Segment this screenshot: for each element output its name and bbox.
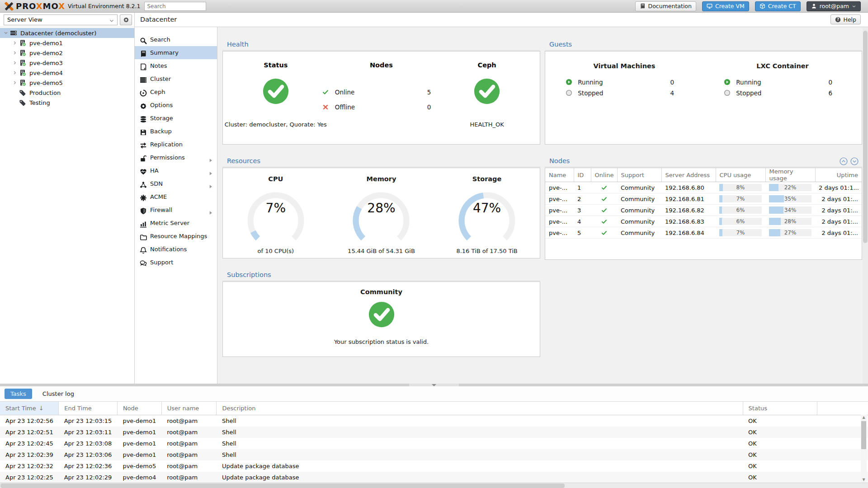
tab-tasks[interactable]: Tasks bbox=[5, 389, 32, 399]
view-selector-dropdown[interactable]: Server View bbox=[4, 14, 118, 25]
tree-item-pve-demo5[interactable]: pve-demo5 bbox=[0, 78, 134, 88]
nav-item-permissions[interactable]: Permissions bbox=[135, 151, 217, 164]
caret-down-icon[interactable] bbox=[3, 29, 10, 37]
caret-right-icon[interactable] bbox=[12, 69, 19, 76]
nav-item-notifications[interactable]: Notifications bbox=[135, 243, 217, 256]
documentation-button[interactable]: Documentation bbox=[635, 1, 696, 11]
node-uptime: 2 days 01:1... bbox=[815, 182, 862, 193]
node-row-3[interactable]: pve-...3Community192.168.6.826%34%2 days… bbox=[545, 205, 862, 216]
node-online-check-icon bbox=[591, 227, 617, 239]
tree-item-testing[interactable]: Testing bbox=[0, 98, 134, 108]
caret-right-icon[interactable] bbox=[12, 39, 19, 47]
column-header-end-time[interactable]: End Time bbox=[59, 402, 118, 415]
tree-item-pve-demo2[interactable]: pve-demo2 bbox=[0, 48, 134, 58]
node-row-2[interactable]: pve-...2Community192.168.6.817%35%2 days… bbox=[545, 193, 862, 205]
column-header-support[interactable]: Support bbox=[617, 168, 661, 182]
replication-icon bbox=[140, 141, 147, 148]
task-row[interactable]: Apr 23 12:02:32Apr 23 12:02:36pve-demo5r… bbox=[0, 460, 868, 472]
scroll-up-arrow[interactable]: ▲ bbox=[861, 415, 867, 420]
column-header-node[interactable]: Node bbox=[117, 402, 161, 415]
nav-item-ceph[interactable]: Ceph bbox=[135, 85, 217, 99]
task-row[interactable]: Apr 23 12:02:25Apr 23 12:02:29pve-demo4r… bbox=[0, 472, 868, 483]
column-header-online[interactable]: Online bbox=[591, 168, 617, 182]
node-memory-usage: 35% bbox=[765, 193, 815, 205]
global-search-input[interactable] bbox=[144, 2, 206, 11]
tree-item-label: pve-demo5 bbox=[29, 78, 63, 88]
documentation-label: Documentation bbox=[648, 3, 692, 9]
column-header-server-address[interactable]: Server Address bbox=[661, 168, 716, 182]
tree-item-label: Datacenter (democluster) bbox=[20, 28, 96, 38]
nav-item-summary[interactable]: Summary bbox=[135, 46, 217, 59]
create-vm-button[interactable]: Create VM bbox=[702, 1, 749, 11]
nav-item-support[interactable]: Support bbox=[135, 256, 217, 269]
caret-right-icon[interactable] bbox=[12, 79, 19, 86]
task-row[interactable]: Apr 23 12:02:51Apr 23 12:03:11pve-demo1r… bbox=[0, 427, 868, 438]
tree-item-production[interactable]: Production bbox=[0, 88, 134, 98]
tree-settings-button[interactable] bbox=[120, 14, 132, 25]
nav-item-label: Storage bbox=[150, 115, 173, 122]
lxc-heading: LXC Container bbox=[703, 62, 862, 70]
column-header-user-name[interactable]: User name bbox=[161, 402, 217, 415]
scrollbar-thumb[interactable] bbox=[861, 421, 866, 449]
gauge-detail: 8.16 TiB of 17.50 TiB bbox=[434, 248, 540, 254]
nav-item-notes[interactable]: Notes bbox=[135, 59, 217, 72]
nav-item-sdn[interactable]: SDN bbox=[135, 177, 217, 190]
node-row-1[interactable]: pve-...1Community192.168.6.808%22%2 days… bbox=[545, 182, 862, 193]
nav-item-firewall[interactable]: Firewall bbox=[135, 203, 217, 216]
nav-item-storage[interactable]: Storage bbox=[135, 112, 217, 125]
user-menu-button[interactable]: root@pam bbox=[807, 1, 861, 11]
task-row[interactable]: Apr 23 12:02:39Apr 23 12:03:06pve-demo1r… bbox=[0, 449, 868, 460]
content-scrollbar[interactable] bbox=[863, 27, 868, 384]
nav-item-resource-mappings[interactable]: Resource Mappings bbox=[135, 230, 217, 243]
nav-item-label: Firewall bbox=[150, 206, 172, 213]
user-icon bbox=[811, 3, 817, 9]
nav-item-metric-server[interactable]: Metric Server bbox=[135, 216, 217, 230]
nav-item-replication[interactable]: Replication bbox=[135, 138, 217, 151]
column-header-status[interactable]: Status bbox=[743, 402, 817, 415]
tasks-vertical-scrollbar[interactable]: ▲ ▼ bbox=[861, 415, 867, 483]
task-user: root@pam bbox=[161, 415, 217, 427]
tree-item-pve-demo4[interactable]: pve-demo4 bbox=[0, 68, 134, 78]
tree-item-datacenter-democluster[interactable]: Datacenter (democluster) bbox=[0, 28, 134, 38]
node-address: 192.168.6.81 bbox=[661, 193, 716, 205]
scrollbar-thumb[interactable] bbox=[0, 483, 565, 488]
column-header-id[interactable]: ID bbox=[574, 168, 591, 182]
nodes-heading: Nodes bbox=[329, 61, 434, 69]
collapse-up-icon[interactable] bbox=[840, 157, 848, 167]
check-icon bbox=[322, 89, 329, 95]
column-header-description[interactable]: Description bbox=[217, 402, 743, 415]
nav-item-ha[interactable]: HA bbox=[135, 164, 217, 177]
nav-item-cluster[interactable]: Cluster bbox=[135, 72, 217, 85]
node-row-4[interactable]: pve-...4Community192.168.6.836%28%2 days… bbox=[545, 216, 862, 227]
task-row[interactable]: Apr 23 12:02:45Apr 23 12:03:08pve-demo1r… bbox=[0, 438, 868, 449]
column-header-name[interactable]: Name bbox=[545, 168, 574, 182]
book-icon bbox=[640, 3, 646, 9]
gauge-cpu: CPU7%of 10 CPU(s) bbox=[223, 168, 329, 258]
collapse-down-icon[interactable] bbox=[850, 157, 859, 167]
tree-item-pve-demo1[interactable]: pve-demo1 bbox=[0, 38, 134, 48]
task-row[interactable]: Apr 23 12:02:56Apr 23 12:03:15pve-demo1r… bbox=[0, 415, 868, 427]
create-ct-button[interactable]: Create CT bbox=[755, 1, 801, 11]
node-online-check-icon bbox=[591, 193, 617, 205]
scroll-down-arrow[interactable]: ▼ bbox=[861, 477, 867, 483]
nav-item-acme[interactable]: ACME bbox=[135, 190, 217, 203]
tasks-horizontal-scrollbar[interactable] bbox=[0, 483, 868, 488]
nav-item-backup[interactable]: Backup bbox=[135, 125, 217, 138]
scrollbar-thumb[interactable] bbox=[863, 31, 868, 243]
column-header-memory-usage[interactable]: Memory usage bbox=[765, 168, 815, 182]
node-uptime: 2 days 01:... bbox=[815, 205, 862, 216]
column-header-start-time[interactable]: Start Time↓ bbox=[0, 402, 59, 415]
tree-item-pve-demo3[interactable]: pve-demo3 bbox=[0, 58, 134, 68]
column-header-uptime[interactable]: Uptime bbox=[815, 168, 862, 182]
tab-cluster-log[interactable]: Cluster log bbox=[37, 389, 80, 399]
node-row-5[interactable]: pve-...5Community192.168.6.847%27%2 days… bbox=[545, 227, 862, 239]
help-button[interactable]: ? Help bbox=[830, 14, 861, 24]
column-header-cpu-usage[interactable]: CPU usage bbox=[716, 168, 765, 182]
caret-right-icon[interactable] bbox=[12, 49, 19, 56]
status-heading: Status bbox=[223, 61, 329, 69]
node-address: 192.168.6.82 bbox=[661, 205, 716, 216]
caret-right-icon[interactable] bbox=[12, 59, 19, 66]
nav-item-search[interactable]: Search bbox=[135, 33, 217, 46]
nav-item-options[interactable]: Options bbox=[135, 99, 217, 112]
vm-column: Virtual Machines Running 0 Stopped 4 bbox=[545, 52, 703, 144]
